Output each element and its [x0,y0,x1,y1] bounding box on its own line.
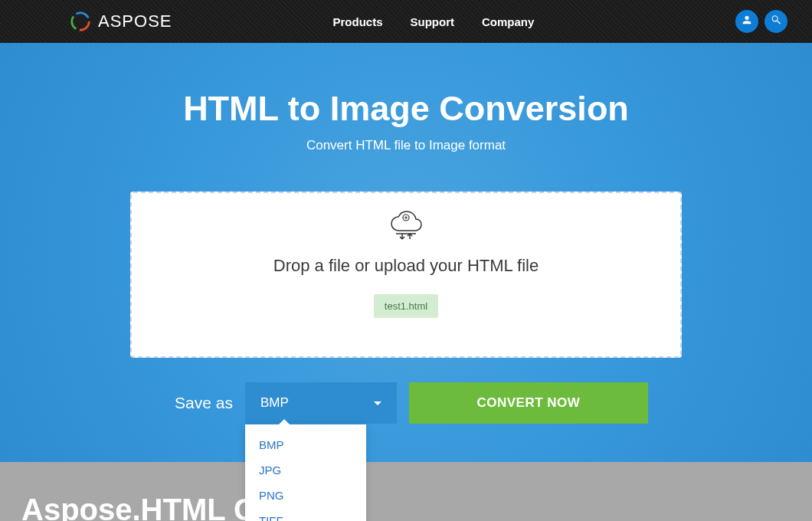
format-selected-value: BMP [260,395,289,411]
format-option-tiff[interactable]: TIFF [245,508,366,521]
convert-button[interactable]: CONVERT NOW [409,382,648,424]
user-icon [741,14,753,29]
dropzone-prompt: Drop a file or upload your HTML file [147,256,665,276]
cloud-upload-icon [147,208,665,245]
chevron-down-icon [374,401,381,405]
nav-support[interactable]: Support [411,15,455,28]
format-option-bmp[interactable]: BMP [245,432,366,457]
file-dropzone[interactable]: Drop a file or upload your HTML file tes… [130,192,682,358]
brand-text: ASPOSE [98,11,172,31]
search-button[interactable] [765,10,787,33]
page-subtitle: Convert HTML file to Image format [0,138,812,153]
aspose-logo-icon [69,10,92,33]
page-title: HTML to Image Conversion [0,89,812,129]
info-heading: Aspose.HTML Con [21,493,791,521]
logo[interactable]: ASPOSE [69,10,172,33]
main-nav: Products Support Company [332,15,534,28]
header-actions [735,10,787,33]
search-icon [770,14,782,29]
nav-company[interactable]: Company [482,15,534,28]
format-select[interactable]: BMP [245,382,397,424]
format-dropdown: BMP JPG PNG TIFF [245,424,366,521]
controls-row: Save as BMP BMP JPG PNG TIFF CONVERT NOW [130,382,682,424]
format-option-jpg[interactable]: JPG [245,457,366,483]
nav-products[interactable]: Products [332,15,382,28]
user-button[interactable] [735,10,758,33]
save-as-label: Save as [175,394,233,412]
info-section: Aspose.HTML Con [0,462,812,521]
format-select-wrap: BMP BMP JPG PNG TIFF [245,382,397,424]
hero-section: HTML to Image Conversion Convert HTML fi… [0,43,812,462]
uploaded-file-chip[interactable]: test1.html [374,294,438,318]
format-option-png[interactable]: PNG [245,483,366,508]
top-header: ASPOSE Products Support Company [0,0,812,43]
